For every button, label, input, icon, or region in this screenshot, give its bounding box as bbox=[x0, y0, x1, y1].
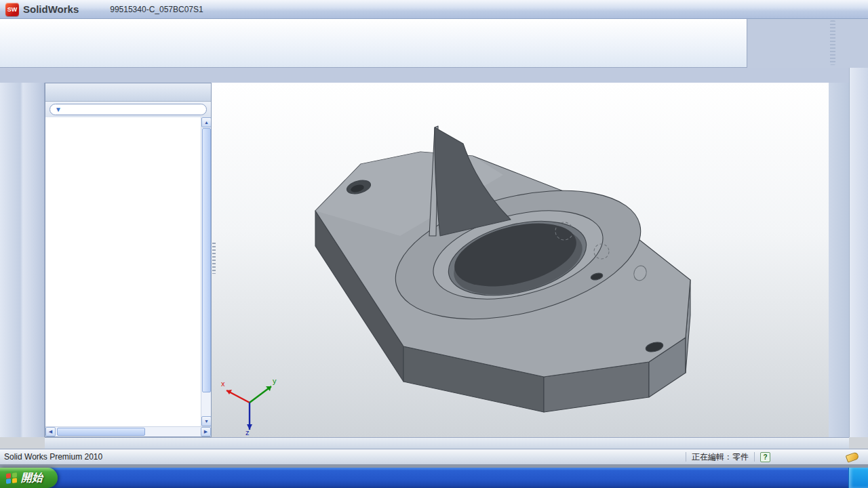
command-manager-ribbon bbox=[0, 19, 747, 68]
scroll-right-button[interactable]: ▶ bbox=[201, 427, 211, 436]
system-tray bbox=[848, 468, 868, 488]
orientation-triad: x y z bbox=[217, 375, 278, 436]
surfaces-toolbar bbox=[0, 83, 45, 437]
tree-horizontal-scrollbar[interactable]: ◀ ▶ bbox=[45, 426, 211, 436]
panel-splitter-handle[interactable] bbox=[212, 243, 216, 274]
start-button[interactable]: 開始 bbox=[0, 468, 58, 488]
part-3d-model[interactable] bbox=[212, 83, 829, 437]
scroll-down-button[interactable]: ▼ bbox=[201, 416, 211, 426]
tree-vertical-scrollbar[interactable]: ▲ ▼ bbox=[201, 117, 211, 426]
status-divider bbox=[686, 452, 686, 462]
app-name: SolidWorks bbox=[23, 3, 79, 15]
status-editing-mode: 正在編輯：零件 bbox=[692, 451, 749, 463]
hscroll-thumb[interactable] bbox=[57, 428, 145, 436]
graphics-viewport[interactable]: x y z bbox=[212, 83, 829, 437]
command-tab-bar bbox=[0, 68, 868, 83]
motion-study-bar bbox=[45, 437, 849, 449]
status-help-icon[interactable]: ? bbox=[760, 452, 770, 462]
status-bar: Solid Works Premium 2010 正在編輯：零件 ? bbox=[0, 449, 868, 464]
windows-taskbar: 開始 bbox=[0, 468, 868, 488]
scroll-thumb[interactable] bbox=[202, 128, 211, 392]
triad-y-label: y bbox=[273, 377, 277, 385]
feature-tree bbox=[47, 119, 200, 426]
filter-row: ▼ bbox=[45, 102, 211, 117]
ribbon-scroll-handle[interactable] bbox=[830, 20, 835, 65]
triad-x-label: x bbox=[221, 380, 225, 388]
status-app-version: Solid Works Premium 2010 bbox=[4, 452, 102, 462]
reference-geometry-toolbar bbox=[849, 68, 868, 437]
scroll-left-button[interactable]: ◀ bbox=[45, 427, 56, 436]
status-divider bbox=[754, 452, 755, 462]
feature-manager-panel: ▼ ▲ ▼ ◀ ▶ bbox=[45, 83, 212, 437]
windows-flag-icon bbox=[6, 472, 17, 484]
solidworks-logo-icon: SW bbox=[5, 3, 19, 16]
scroll-up-button[interactable]: ▲ bbox=[201, 117, 211, 127]
tree-filter-input[interactable]: ▼ bbox=[50, 104, 207, 115]
filter-funnel-icon: ▼ bbox=[55, 106, 62, 113]
document-title: 99515340-C_057BC07S1 bbox=[110, 5, 203, 14]
panel-tabs bbox=[45, 83, 211, 102]
triad-z-label: z bbox=[245, 428, 250, 436]
start-label: 開始 bbox=[21, 471, 43, 485]
task-pane-tabs bbox=[829, 83, 849, 437]
title-bar: SW SolidWorks 99515340-C_057BC07S1 bbox=[0, 0, 868, 19]
tag-icon[interactable] bbox=[846, 451, 860, 462]
